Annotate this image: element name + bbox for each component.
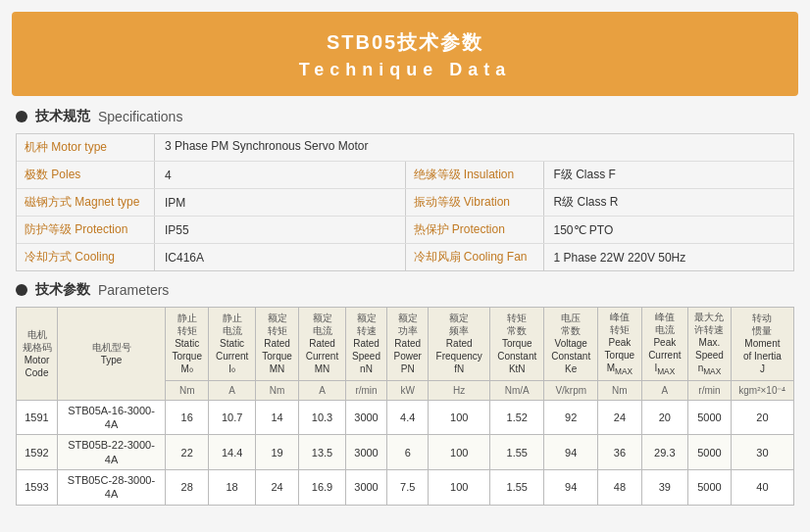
bullet-icon xyxy=(16,111,27,122)
table-cell: 1591 xyxy=(17,400,58,435)
th-static-current: 静止电流 StaticCurrent I₀ xyxy=(209,308,256,381)
params-section: 技术参数 Parameters 电机规格码 MotorCode 电机型号 Typ… xyxy=(16,281,794,506)
spec-label-text-motortype: 机种 Motor type xyxy=(17,134,154,161)
spec-right-vibration: 振动等级 Vibration R级 Class R xyxy=(406,189,794,216)
table-cell: 48 xyxy=(598,470,641,506)
table-cell: 3000 xyxy=(345,470,387,506)
spec-value-protection: IP55 xyxy=(155,218,199,242)
unit-nma: Nm/A xyxy=(490,380,544,400)
th-peak-current: 峰值电流 PeakCurrent IMAX xyxy=(641,308,688,381)
table-cell: 14.4 xyxy=(209,435,256,470)
table-cell: 92 xyxy=(544,400,598,435)
table-cell: 1.55 xyxy=(490,470,544,506)
table-cell: 5000 xyxy=(688,435,732,470)
spec-left-poles: 极数 Poles 4 xyxy=(17,162,405,188)
spec-value-poles: 4 xyxy=(155,164,181,187)
table-cell: 20 xyxy=(731,400,793,435)
specs-table: 机种 Motor type 3 Phase PM Synchronous Ser… xyxy=(16,133,794,271)
specs-heading: 技术规范 Specifications xyxy=(16,108,794,125)
table-header-row: 电机规格码 MotorCode 电机型号 Type 静止转矩 StaticTor… xyxy=(17,308,794,381)
table-cell: 20 xyxy=(641,400,688,435)
table-cell: 10.3 xyxy=(299,400,346,435)
header-title-en: Technique Data xyxy=(31,60,779,80)
table-cell: 24 xyxy=(598,400,641,435)
table-cell: 30 xyxy=(731,435,793,470)
spec-label-insulation: 绝缘等级 Insulation xyxy=(406,162,543,188)
spec-right-thermal: 热保护 Protection 150℃ PTO xyxy=(406,217,794,243)
unit-a2: A xyxy=(299,380,346,400)
spec-value-magnet: IPM xyxy=(155,191,195,215)
table-cell: 1.52 xyxy=(490,400,544,435)
params-tbody: 1591STB05A-16-3000-4A1610.71410.330004.4… xyxy=(17,400,794,505)
spec-row-cooling: 冷却方式 Cooling IC416A 冷却风扇 Cooling Fan 1 P… xyxy=(17,244,793,270)
spec-row-motortype: 机种 Motor type 3 Phase PM Synchronous Ser… xyxy=(17,134,793,162)
params-title-en: Parameters xyxy=(98,282,169,298)
table-cell: 16.9 xyxy=(299,470,346,506)
unit-kw: kW xyxy=(387,380,429,400)
th-rated-current: 额定电流 RatedCurrent MN xyxy=(299,308,346,381)
spec-value-vibration: R级 Class R xyxy=(544,189,629,216)
spec-value-thermal: 150℃ PTO xyxy=(544,218,624,242)
unit-kgm2: kgm²×10⁻⁴ xyxy=(731,380,793,400)
table-cell: 13.5 xyxy=(299,435,346,470)
table-row: 1592STB05B-22-3000-4A2214.41913.53000610… xyxy=(17,435,794,470)
table-cell: 1.55 xyxy=(490,435,544,470)
table-cell: STB05B-22-3000-4A xyxy=(58,435,166,470)
table-cell: 7.5 xyxy=(387,470,429,506)
table-cell: 16 xyxy=(166,400,209,435)
table-cell: 100 xyxy=(429,435,490,470)
specs-section: 技术规范 Specifications 机种 Motor type 3 Phas… xyxy=(16,108,794,271)
th-rated-torque: 额定转矩 RatedTorque MN xyxy=(255,308,298,381)
table-cell: 39 xyxy=(641,470,688,506)
spec-value-motortype: 3 Phase PM Synchronous Servo Motor xyxy=(155,134,793,161)
spec-label-motortype: 机种 Motor type xyxy=(17,134,154,161)
spec-left-magnet: 磁钢方式 Magnet type IPM xyxy=(17,189,405,216)
th-rated-speed: 额定转速 RatedSpeed nN xyxy=(345,308,387,381)
table-cell: 40 xyxy=(731,470,793,506)
table-cell: STB05A-16-3000-4A xyxy=(58,400,166,435)
table-cell: 3000 xyxy=(345,400,387,435)
spec-right-coolingfan: 冷却风扇 Cooling Fan 1 Phase 22W 220V 50Hz xyxy=(406,244,794,270)
spec-label-poles: 极数 Poles xyxy=(17,162,154,188)
unit-vkrpm: V/krpm xyxy=(544,380,598,400)
params-title-cn: 技术参数 xyxy=(35,281,90,299)
th-static-torque: 静止转矩 StaticTorque M₀ xyxy=(166,308,209,381)
table-cell: 5000 xyxy=(688,400,732,435)
params-table: 电机规格码 MotorCode 电机型号 Type 静止转矩 StaticTor… xyxy=(16,307,794,506)
th-torque-const: 转矩常数 TorqueConstant KtN xyxy=(490,308,544,381)
spec-row-magnet: 磁钢方式 Magnet type IPM 振动等级 Vibration R级 C… xyxy=(17,189,793,217)
unit-a3: A xyxy=(641,380,688,400)
unit-a: A xyxy=(209,380,256,400)
table-cell: 22 xyxy=(166,435,209,470)
table-cell: 18 xyxy=(209,470,256,506)
th-inertia: 转动惯量 Momentof Inertia J xyxy=(731,308,793,381)
spec-value-cooling: IC416A xyxy=(155,246,214,269)
table-row: 1593STB05C-28-3000-4A28182416.930007.510… xyxy=(17,470,794,506)
table-cell: 24 xyxy=(255,470,298,506)
table-cell: 3000 xyxy=(345,435,387,470)
unit-nm2: Nm xyxy=(255,380,298,400)
spec-label-vibration: 振动等级 Vibration xyxy=(406,189,543,216)
table-cell: 94 xyxy=(544,470,598,506)
table-cell: 36 xyxy=(598,435,641,470)
table-row: 1591STB05A-16-3000-4A1610.71410.330004.4… xyxy=(17,400,794,435)
bullet-icon-2 xyxy=(16,284,27,296)
spec-label-thermal: 热保护 Protection xyxy=(406,217,543,243)
table-cell: 6 xyxy=(387,435,429,470)
spec-label-protection: 防护等级 Protection xyxy=(17,217,154,243)
th-rated-freq: 额定频率 RatedFrequency fN xyxy=(429,308,490,381)
table-cell: 14 xyxy=(255,400,298,435)
spec-label-coolingfan: 冷却风扇 Cooling Fan xyxy=(406,244,543,270)
table-cell: 10.7 xyxy=(209,400,256,435)
specs-title-cn: 技术规范 xyxy=(35,108,90,125)
th-motor-type: 电机型号 Type xyxy=(58,308,166,401)
unit-rmin: r/min xyxy=(345,380,387,400)
spec-right-insulation: 绝缘等级 Insulation F级 Class F xyxy=(406,162,794,188)
table-cell: 19 xyxy=(255,435,298,470)
th-rated-power: 额定功率 RatedPower PN xyxy=(387,308,429,381)
table-cell: 28 xyxy=(166,470,209,506)
spec-value-coolingfan: 1 Phase 22W 220V 50Hz xyxy=(544,246,696,269)
th-motor-code: 电机规格码 MotorCode xyxy=(17,308,58,401)
header-title-cn: STB05技术参数 xyxy=(31,29,779,56)
unit-hz: Hz xyxy=(429,380,490,400)
